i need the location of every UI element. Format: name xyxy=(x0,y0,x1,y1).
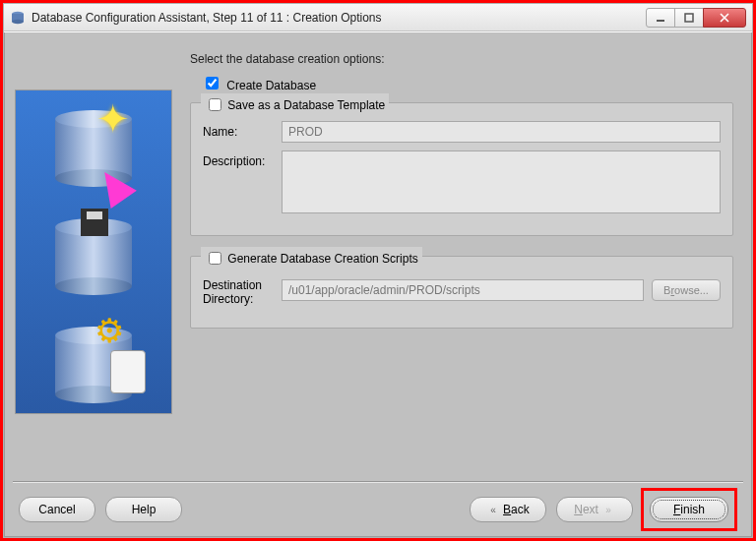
description-label: Description: xyxy=(203,150,282,168)
floppy-icon xyxy=(81,209,108,236)
cancel-button[interactable]: Cancel xyxy=(19,497,95,522)
gear-icon: ⚙ xyxy=(94,311,124,350)
window-title: Database Configuration Assistant, Step 1… xyxy=(32,11,647,25)
svg-rect-3 xyxy=(657,20,664,22)
generate-scripts-legend: Generate Database Creation Scripts xyxy=(201,247,422,266)
finish-highlight: Finish xyxy=(641,488,737,531)
template-description-field[interactable] xyxy=(282,150,721,213)
finish-button-label: Finish xyxy=(673,503,705,516)
browse-button[interactable]: Browse... xyxy=(652,279,721,301)
chevron-left-icon: « xyxy=(490,505,496,515)
chevron-right-icon: » xyxy=(605,505,611,515)
generate-scripts-checkbox[interactable] xyxy=(209,252,221,265)
save-template-legend: Save as a Database Template xyxy=(201,93,389,112)
instruction-text: Select the database creation options: xyxy=(190,52,733,66)
back-button-label: Back xyxy=(503,503,530,516)
template-name-field[interactable] xyxy=(282,121,721,143)
finish-button[interactable]: Finish xyxy=(650,497,728,522)
close-button[interactable] xyxy=(703,8,746,28)
content-area: ✦ ⚙ Select the database creation options… xyxy=(15,40,741,479)
svg-point-2 xyxy=(12,19,24,23)
wizard-side-image: ✦ ⚙ xyxy=(15,90,172,414)
destination-directory-field[interactable] xyxy=(282,279,644,301)
save-template-legend-text: Save as a Database Template xyxy=(227,98,385,112)
wizard-button-bar: Cancel Help « Back Next » Finish xyxy=(13,481,743,536)
generate-scripts-group: Generate Database Creation Scripts Desti… xyxy=(190,256,733,329)
create-database-row: Create Database xyxy=(190,74,733,92)
generate-scripts-legend-text: Generate Database Creation Scripts xyxy=(227,252,417,266)
minimize-button[interactable] xyxy=(646,8,675,28)
save-template-checkbox[interactable] xyxy=(209,98,221,111)
scroll-icon xyxy=(110,350,146,393)
star-icon: ✦ xyxy=(96,96,130,142)
back-button[interactable]: « Back xyxy=(470,497,546,522)
name-label: Name: xyxy=(203,121,282,139)
next-button-label: Next xyxy=(574,503,598,516)
next-button[interactable]: Next » xyxy=(556,497,633,522)
maximize-button[interactable] xyxy=(674,8,704,28)
save-template-group: Save as a Database Template Name: Descri… xyxy=(190,102,733,236)
window: Database Configuration Assistant, Step 1… xyxy=(3,3,753,538)
app-icon xyxy=(10,10,26,26)
create-database-label: Create Database xyxy=(226,79,316,92)
svg-rect-4 xyxy=(685,14,693,22)
create-database-checkbox[interactable] xyxy=(206,77,219,90)
titlebar: Database Configuration Assistant, Step 1… xyxy=(4,4,752,31)
client-area: ✦ ⚙ Select the database creation options… xyxy=(4,32,752,537)
main-panel: Select the database creation options: Cr… xyxy=(172,40,741,479)
destination-label: Destination Directory: xyxy=(203,274,282,306)
browse-button-label: Browse... xyxy=(663,284,709,296)
help-button[interactable]: Help xyxy=(105,497,182,522)
window-controls xyxy=(647,8,746,28)
